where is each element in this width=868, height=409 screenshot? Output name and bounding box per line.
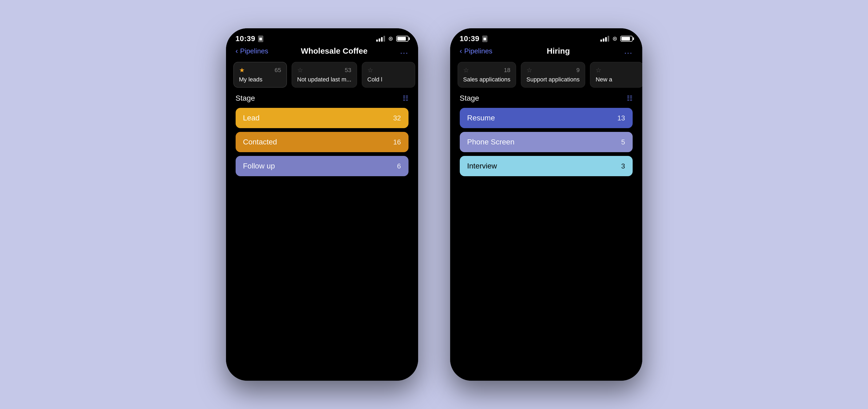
stage-item-resume[interactable]: Resume 13 [460,108,633,128]
stage-label-lead: Lead [243,114,260,122]
filter-chip-sales[interactable]: ☆ 18 Sales applications [458,62,516,88]
chip-label-3: Cold l [367,76,410,83]
stage-label-contacted: Contacted [243,138,277,146]
stage-item-phonescreen[interactable]: Phone Screen 5 [460,132,633,152]
stage-list-2: Resume 13 Phone Screen 5 Interview 3 [460,108,633,176]
star-icon-6: ☆ [595,66,601,74]
signal-bars-2 [600,36,609,42]
filter-chip-support[interactable]: ☆ 9 Support applications [521,62,585,88]
stage-header-2: Stage ☷ [460,94,633,103]
chip-count-1: 65 [275,67,281,74]
signal-bars-1 [376,36,385,42]
phone-1-screen: 10:39 ■ ⊛ ‹ Pipelines [226,28,418,381]
status-time-2: 10:39 [460,34,479,43]
filter-chip-cold[interactable]: ☆ Cold l [362,62,415,88]
nav-back-2[interactable]: ‹ Pipelines [460,47,493,55]
nav-title-2: Hiring [547,47,570,56]
stage-count-followup: 6 [397,162,401,170]
phone-2: 10:39 ■ ⊛ ‹ Pipelines [450,28,642,381]
stage-item-followup[interactable]: Follow up 6 [236,156,408,176]
back-chevron-1: ‹ [236,47,238,55]
filter-chips-1: ★ 65 My leads ☆ 53 Not updated last m...… [226,60,418,92]
chip-count-4: 18 [504,67,510,74]
filter-chips-2: ☆ 18 Sales applications ☆ 9 Support appl… [450,60,642,92]
stage-label-phonescreen: Phone Screen [467,138,515,146]
battery-icon-2 [620,36,633,42]
stage-header-1: Stage ☷ [236,94,408,103]
status-icons-1: ⊛ [376,35,408,42]
notch-2 [520,28,573,38]
filter-chip-new[interactable]: ☆ New a [590,62,642,88]
status-icons-2: ⊛ [600,35,633,42]
star-icon-4: ☆ [463,66,469,74]
stage-count-interview: 3 [621,162,625,170]
nav-more-2[interactable]: ... [624,47,632,56]
back-chevron-2: ‹ [460,47,462,55]
stage-count-phonescreen: 5 [621,138,625,146]
nav-more-1[interactable]: ... [400,47,408,56]
notch [296,28,349,38]
stage-label-interview: Interview [467,162,497,170]
star-icon-3: ☆ [367,66,373,74]
chip-count-2: 53 [345,67,351,74]
list-icon-2[interactable]: ☷ [627,94,633,102]
chip-label-5: Support applications [526,76,580,83]
stage-count-resume: 13 [617,114,625,122]
stage-section-2: Stage ☷ Resume 13 Phone Screen 5 Intervi… [450,92,642,178]
status-time-1: 10:39 [236,34,255,43]
chip-label-1: My leads [239,76,281,83]
star-icon-1: ★ [239,66,245,74]
stage-item-contacted[interactable]: Contacted 16 [236,132,408,152]
stage-item-lead[interactable]: Lead 32 [236,108,408,128]
status-badge-2: ■ [482,35,488,42]
star-icon-2: ☆ [297,66,303,74]
stage-list-1: Lead 32 Contacted 16 Follow up 6 [236,108,408,176]
nav-back-1[interactable]: ‹ Pipelines [236,47,269,55]
chip-label-6: New a [595,76,638,83]
back-label-2: Pipelines [464,47,493,55]
phone-1: 10:39 ■ ⊛ ‹ Pipelines [226,28,418,381]
list-icon-1[interactable]: ☷ [403,94,408,102]
chip-count-5: 9 [576,67,580,74]
stage-count-contacted: 16 [393,138,401,146]
chip-label-4: Sales applications [463,76,510,83]
stage-item-interview[interactable]: Interview 3 [460,156,633,176]
stage-section-1: Stage ☷ Lead 32 Contacted 16 Follow up 6 [226,92,418,178]
wifi-icon-2: ⊛ [612,35,617,42]
nav-title-1: Wholesale Coffee [301,47,367,56]
filter-chip-not-updated[interactable]: ☆ 53 Not updated last m... [292,62,357,88]
chip-label-2: Not updated last m... [297,76,351,83]
stage-title-1: Stage [236,94,255,103]
stage-title-2: Stage [460,94,479,103]
nav-bar-2: ‹ Pipelines Hiring ... [450,44,642,60]
status-badge-1: ■ [258,35,264,42]
battery-icon-1 [396,36,408,42]
stage-label-resume: Resume [467,114,495,122]
phone-2-screen: 10:39 ■ ⊛ ‹ Pipelines [450,28,642,381]
star-icon-5: ☆ [526,66,532,74]
wifi-icon-1: ⊛ [388,35,393,42]
stage-label-followup: Follow up [243,162,275,170]
nav-bar-1: ‹ Pipelines Wholesale Coffee ... [226,44,418,60]
stage-count-lead: 32 [393,114,401,122]
back-label-1: Pipelines [240,47,269,55]
filter-chip-my-leads[interactable]: ★ 65 My leads [234,62,287,88]
